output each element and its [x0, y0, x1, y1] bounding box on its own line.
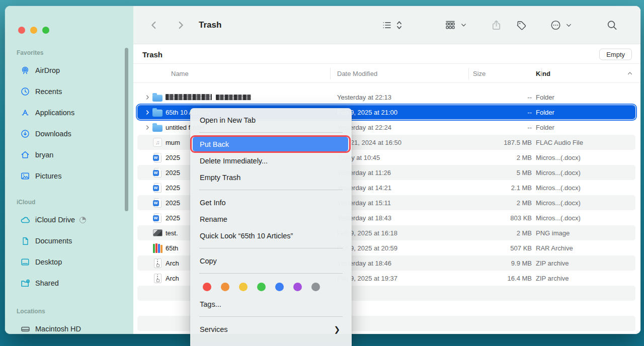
file-size: 187.5 MB: [469, 139, 532, 146]
disclosure-chevron-icon[interactable]: [143, 125, 151, 130]
file-name: 65th: [166, 244, 178, 252]
tag-color-0[interactable]: [203, 283, 211, 291]
sidebar-item-bryan[interactable]: bryan: [17, 144, 133, 165]
desktop: { "window": { "sidebar": { "sections": […: [0, 0, 644, 346]
sidebar-scrollbar[interactable]: [125, 48, 128, 211]
tag-color-4[interactable]: [275, 283, 284, 291]
menu-item-copy[interactable]: Copy: [190, 252, 352, 269]
sidebar-item-label: Shared: [35, 279, 59, 287]
share-button[interactable]: [491, 19, 502, 31]
file-kind: ZIP archive: [532, 275, 640, 282]
zip-file-icon: [152, 258, 163, 268]
menu-item-put-back[interactable]: Put Back: [193, 137, 348, 151]
sidebar-item-label: bryan: [35, 151, 53, 159]
group-by-control[interactable]: [444, 19, 467, 31]
sidebar-item-recents[interactable]: Recents: [17, 81, 133, 102]
menu-item-open-in-new-tab[interactable]: Open in New Tab: [190, 112, 352, 128]
menu-item-label: Services: [200, 325, 228, 333]
column-divider[interactable]: [330, 68, 331, 79]
location-title: Trash: [142, 50, 163, 58]
window-title: Trash: [199, 20, 221, 30]
file-size: --: [469, 109, 532, 116]
file-date-modified: Today at 10:45: [337, 154, 469, 161]
file-kind: Micros...(.docx): [532, 214, 640, 222]
sidebar-item-shared[interactable]: Shared: [17, 273, 133, 294]
empty-trash-button[interactable]: Empty: [599, 48, 632, 60]
file-size: 2.1 MB: [469, 184, 532, 192]
tag-icon: [516, 19, 527, 31]
tags-button[interactable]: [516, 19, 527, 31]
column-divider[interactable]: [468, 68, 469, 79]
disclosure-chevron-icon[interactable]: [143, 110, 151, 115]
file-kind: Micros...(.docx): [532, 184, 640, 192]
more-actions-control[interactable]: [550, 19, 572, 31]
sidebar-item-pictures[interactable]: Pictures: [17, 165, 133, 187]
file-name: 2025: [166, 214, 180, 222]
menu-item-label: Put Back: [200, 140, 229, 148]
picture-icon: [20, 170, 31, 182]
file-date-modified: Yesterday at 11:26: [337, 169, 469, 177]
menu-item-tags[interactable]: Tags...: [190, 296, 352, 312]
menu-item-label: Empty Trash: [200, 174, 240, 182]
sidebar-item-airdrop[interactable]: AirDrop: [17, 60, 133, 81]
sidebar-item-label: Pictures: [35, 172, 61, 180]
sidebar-item-desktop[interactable]: Desktop: [17, 251, 133, 273]
sidebar-item-icloud-drive[interactable]: iCloud Drive: [17, 209, 133, 230]
file-date-modified: Yesterday at 22:13: [337, 94, 469, 101]
sidebar-item-macintosh-hd[interactable]: Macintosh HD: [17, 318, 133, 334]
menu-item-label: Open in New Tab: [200, 116, 256, 124]
file-date-modified: Yesterday at 18:43: [337, 214, 469, 222]
menu-item-rename[interactable]: Rename: [190, 211, 352, 227]
table-row[interactable]: Yesterday at 22:13--Folder: [133, 90, 640, 105]
sidebar-item-documents[interactable]: Documents: [17, 230, 133, 251]
menu-item-get-info[interactable]: Get Info: [190, 194, 352, 211]
view-mode-control[interactable]: [381, 20, 403, 31]
column-date-modified[interactable]: Date Modified: [337, 70, 469, 77]
disclosure-chevron-icon[interactable]: [143, 95, 151, 100]
tag-color-5[interactable]: [293, 283, 302, 291]
menu-item-empty-trash[interactable]: Empty Trash: [190, 169, 352, 186]
back-button[interactable]: [148, 20, 159, 31]
status-bar: Trash Empty: [133, 45, 640, 64]
file-size: --: [469, 124, 532, 131]
sidebar-section-header-favorites: Favorites: [17, 49, 133, 56]
file-date-modified: Feb 9, 2025 at 19:37: [337, 275, 469, 282]
group-icon: [444, 19, 456, 31]
tag-color-2[interactable]: [239, 283, 248, 291]
tag-color-1[interactable]: [221, 283, 229, 291]
file-size: 2 MB: [469, 154, 532, 161]
png-file-icon: [152, 228, 163, 238]
folder-file-icon: [152, 122, 163, 132]
clock-icon: [20, 86, 31, 97]
sidebar-item-applications[interactable]: Applications: [17, 102, 133, 123]
search-button[interactable]: [606, 19, 618, 31]
column-divider[interactable]: [541, 68, 542, 79]
file-date-modified: Yesterday at 22:24: [337, 124, 469, 131]
menu-item-services[interactable]: Services❯: [190, 321, 352, 337]
forward-button[interactable]: [175, 20, 186, 31]
search-icon: [606, 19, 618, 31]
file-name: 2025: [166, 184, 180, 192]
sidebar-item-downloads[interactable]: Downloads: [17, 123, 133, 144]
column-name[interactable]: Name: [133, 70, 337, 77]
toolbar: Trash: [133, 6, 640, 44]
column-size[interactable]: Size: [469, 70, 532, 77]
sidebar-item-label: Downloads: [35, 130, 71, 138]
file-kind: ZIP archive: [532, 260, 640, 267]
file-size: 803 KB: [469, 214, 532, 222]
ellipsis-circle-icon: [550, 19, 561, 31]
file-date-modified: Feb 9, 2025 at 16:18: [337, 229, 469, 237]
airdrop-icon: [20, 65, 31, 76]
tag-color-3[interactable]: [257, 283, 266, 291]
music-file-icon: ♫: [152, 137, 163, 147]
hdd-icon: [20, 323, 31, 334]
file-name: 2025: [166, 169, 180, 177]
menu-item-delete-immediately[interactable]: Delete Immediately...: [190, 152, 352, 169]
menu-separator: [199, 316, 343, 317]
docx-file-icon: W: [152, 213, 163, 223]
tag-color-6[interactable]: [311, 283, 320, 291]
file-size: 2 MB: [469, 199, 532, 207]
menu-item-quick-look-65th-10-articles[interactable]: Quick Look “65th 10 Articles”: [190, 227, 352, 244]
column-kind[interactable]: Kind: [532, 70, 640, 77]
chevron-right-icon: [175, 20, 186, 31]
